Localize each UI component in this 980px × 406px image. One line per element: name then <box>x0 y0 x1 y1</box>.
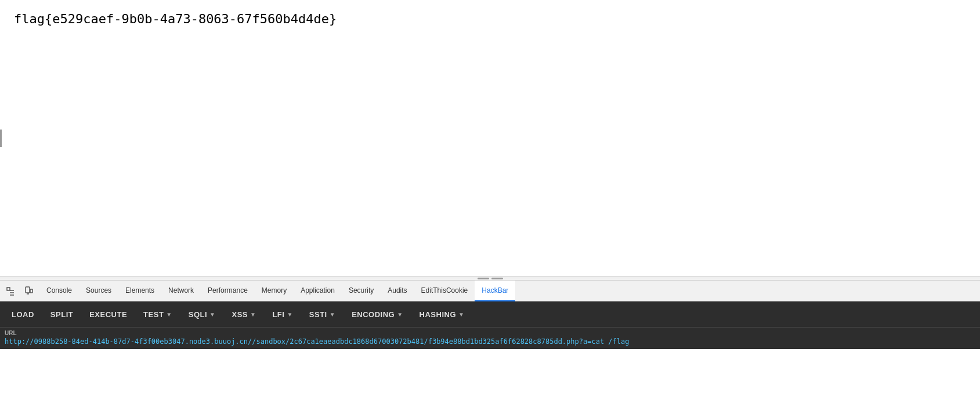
tab-elements[interactable]: Elements <box>118 281 161 301</box>
url-bar: URL http://0988b258-84ed-414b-87d7-4f3f0… <box>0 327 980 349</box>
hackbar-toolbar: LOAD SPLIT EXECUTE TEST ▼ SQLI ▼ XSS ▼ L… <box>0 301 980 327</box>
inspect-element-icon[interactable] <box>2 283 19 299</box>
tab-security[interactable]: Security <box>342 281 381 301</box>
url-value[interactable]: http://0988b258-84ed-414b-87d7-4f3f00eb3… <box>5 337 975 346</box>
tab-network[interactable]: Network <box>161 281 201 301</box>
tab-console[interactable]: Console <box>39 281 79 301</box>
lfi-arrow: ▼ <box>287 311 292 318</box>
tab-memory[interactable]: Memory <box>255 281 294 301</box>
encoding-button[interactable]: ENCODING ▼ <box>345 307 410 322</box>
hashing-button[interactable]: HASHING ▼ <box>413 307 472 322</box>
encoding-arrow: ▼ <box>397 311 403 318</box>
devtools-panel: Console Sources Elements Network Perform… <box>0 281 980 349</box>
resize-dot-1 <box>478 278 489 279</box>
ssti-button[interactable]: SSTI ▼ <box>302 307 342 322</box>
resize-handle-dots <box>478 278 503 279</box>
svg-rect-4 <box>26 287 30 293</box>
page-content: flag{e529caef-9b0b-4a73-8063-67f560b4d4d… <box>0 0 980 276</box>
left-accent-bar <box>0 130 2 147</box>
flag-text: flag{e529caef-9b0b-4a73-8063-67f560b4d4d… <box>14 12 337 26</box>
tab-application[interactable]: Application <box>294 281 342 301</box>
sqli-arrow: ▼ <box>209 311 215 318</box>
device-toolbar-icon[interactable] <box>21 283 37 299</box>
ssti-arrow: ▼ <box>330 311 335 318</box>
sqli-button[interactable]: SQLI ▼ <box>182 307 223 322</box>
split-button[interactable]: SPLIT <box>44 307 80 322</box>
xss-button[interactable]: XSS ▼ <box>225 307 263 322</box>
svg-rect-5 <box>30 289 32 293</box>
tab-sources[interactable]: Sources <box>79 281 118 301</box>
load-button[interactable]: LOAD <box>5 307 41 322</box>
execute-button[interactable]: EXECUTE <box>82 307 134 322</box>
devtools-tab-bar: Console Sources Elements Network Perform… <box>0 281 980 301</box>
svg-rect-0 <box>7 288 10 290</box>
tab-hackbar[interactable]: HackBar <box>475 281 515 301</box>
tab-editthiscookie[interactable]: EditThisCookie <box>414 281 475 301</box>
xss-arrow: ▼ <box>250 311 256 318</box>
url-label: URL <box>5 330 975 336</box>
resize-dot-2 <box>491 278 503 279</box>
tab-audits[interactable]: Audits <box>381 281 414 301</box>
test-button[interactable]: TEST ▼ <box>136 307 179 322</box>
tab-performance[interactable]: Performance <box>201 281 255 301</box>
lfi-button[interactable]: LFI ▼ <box>265 307 299 322</box>
hashing-arrow: ▼ <box>458 311 464 318</box>
test-arrow: ▼ <box>166 311 172 318</box>
